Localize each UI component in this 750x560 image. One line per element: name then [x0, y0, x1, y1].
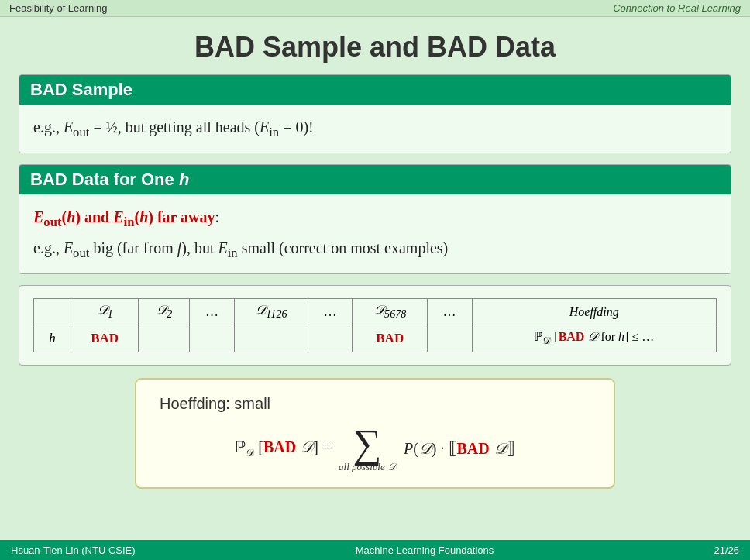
bad-data-body: Eout(h) and Ein(h) far away: e.g., Eout …: [19, 194, 731, 273]
footer-center: Machine Learning Foundations: [356, 545, 494, 556]
dataset-table: 𝒟1 𝒟2 … 𝒟1126 … 𝒟5678 … Hoeffding h BAD: [33, 298, 717, 352]
bad-sample-box: BAD Sample e.g., Eout = ½, but getting a…: [19, 74, 731, 153]
cell-dots1-row: [190, 325, 235, 352]
col-dots1: …: [190, 299, 235, 325]
col-d2: 𝒟2: [139, 299, 190, 325]
formula-line: ℙ𝒟 [BAD 𝒟] = ∑ all possible 𝒟 P(𝒟) · ⟦BA…: [160, 424, 590, 473]
col-d1126: 𝒟1126: [234, 299, 308, 325]
header-bar: Feasibility of Learning Connection to Re…: [0, 0, 750, 17]
bad-data-line2: e.g., Eout big (far from f), but Ein sma…: [33, 236, 717, 263]
col-d5678: 𝒟5678: [353, 299, 428, 325]
bad-sample-header: BAD Sample: [19, 75, 731, 105]
footer-bar: Hsuan-Tien Lin (NTU CSIE) Machine Learni…: [0, 540, 750, 560]
cell-bad1: BAD: [71, 325, 139, 352]
bad-data-box: BAD Data for One h Eout(h) and Ein(h) fa…: [19, 164, 731, 274]
footer-left: Hsuan-Tien Lin (NTU CSIE): [11, 545, 136, 556]
sigma-symbol-wrapper: ∑ all possible 𝒟: [339, 424, 396, 473]
table-header-row: 𝒟1 𝒟2 … 𝒟1126 … 𝒟5678 … Hoeffding: [34, 299, 717, 325]
prob-pd: ℙ𝒟 [BAD 𝒟] =: [235, 438, 331, 459]
bad-sample-text: e.g., Eout = ½, but getting all heads (E…: [33, 115, 717, 142]
cell-dots3-row: [427, 325, 472, 352]
sigma-icon: ∑: [353, 424, 381, 464]
sigma-subscript: all possible 𝒟: [339, 461, 396, 473]
col-dots3: …: [427, 299, 472, 325]
cell-hoeffding-formula: ℙ𝒟 [BAD 𝒟 for h] ≤ …: [472, 325, 716, 352]
data-table-container: 𝒟1 𝒟2 … 𝒟1126 … 𝒟5678 … Hoeffding h BAD: [19, 285, 731, 366]
cell-d2-empty: [139, 325, 190, 352]
col-d1: 𝒟1: [71, 299, 139, 325]
bad-sample-body: e.g., Eout = ½, but getting all heads (E…: [19, 105, 731, 153]
page-title: BAD Sample and BAD Data: [0, 17, 750, 74]
bad-data-header: BAD Data for One h: [19, 165, 731, 194]
table-row: h BAD BAD ℙ𝒟 [BAD 𝒟 for h] ≤ …: [34, 325, 717, 352]
col-empty: [34, 299, 71, 325]
cell-bad2: BAD: [353, 325, 428, 352]
header-center: Connection to Real Learning: [613, 2, 741, 14]
content-area: BAD Sample e.g., Eout = ½, but getting a…: [0, 74, 750, 489]
cell-d1126-empty: [234, 325, 308, 352]
cell-dots2-row: [308, 325, 353, 352]
formula-box: Hoeffding: small ℙ𝒟 [BAD 𝒟] = ∑ all poss…: [135, 378, 615, 489]
cell-h: h: [34, 325, 71, 352]
col-hoeffding: Hoeffding: [472, 299, 716, 325]
hoeffding-label: Hoeffding: small: [160, 395, 590, 413]
header-left: Feasibility of Learning: [9, 2, 107, 14]
col-dots2: …: [308, 299, 353, 325]
bad-data-line1: Eout(h) and Ein(h) far away:: [33, 205, 717, 232]
footer-right: 21/26: [714, 545, 739, 556]
prob-formula: P(𝒟) · ⟦BAD 𝒟⟧: [404, 438, 515, 459]
